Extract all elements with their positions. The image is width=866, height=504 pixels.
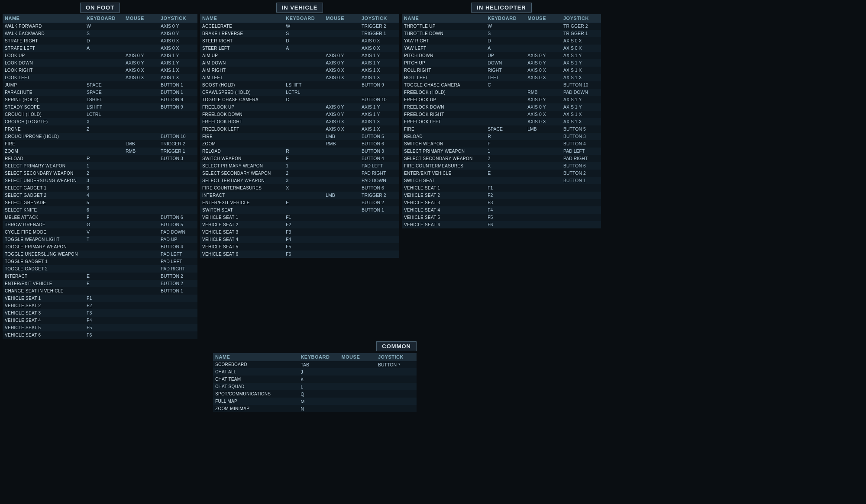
on-foot-col-keyboard: KEYBOARD bbox=[84, 14, 123, 22]
on-foot-col-mouse: MOUSE bbox=[123, 14, 158, 22]
table-cell: TAB bbox=[298, 361, 339, 368]
table-cell bbox=[284, 59, 323, 67]
table-row: FREELOOK LEFTAXIS 0 XAXIS 1 X bbox=[402, 118, 601, 125]
table-cell bbox=[123, 192, 158, 199]
table-row: SELECT UNDERSLUNG WEAPON3 bbox=[3, 177, 197, 184]
table-cell bbox=[123, 81, 158, 89]
table-cell bbox=[339, 368, 376, 376]
table-cell bbox=[525, 148, 561, 155]
table-cell: W bbox=[84, 22, 123, 30]
table-cell: A bbox=[485, 45, 525, 52]
table-cell bbox=[123, 302, 158, 309]
table-row: BRAKE / REVERSESTRIGGER 1 bbox=[200, 30, 399, 37]
table-cell: BUTTON 2 bbox=[158, 273, 197, 280]
table-row: SELECT SECONDARY WEAPON2 bbox=[3, 170, 197, 177]
table-cell bbox=[284, 125, 323, 133]
table-cell: 1 bbox=[485, 148, 525, 155]
top-section: ON FOOT NAME KEYBOARD MOUSE JOYSTICK WAL… bbox=[3, 3, 863, 339]
table-cell bbox=[158, 199, 197, 206]
table-cell: AXIS 0 X bbox=[359, 45, 399, 52]
table-cell: AXIS 0 Y bbox=[123, 59, 158, 67]
helicopter-title-wrapper: IN HELICOPTER bbox=[402, 3, 601, 13]
table-cell: FREELOOK LEFT bbox=[200, 125, 284, 133]
table-cell: F4 bbox=[284, 236, 323, 243]
table-cell bbox=[561, 206, 601, 214]
table-cell: 4 bbox=[84, 192, 123, 199]
table-cell: F4 bbox=[485, 206, 525, 214]
table-cell: BUTTON 2 bbox=[359, 199, 399, 206]
table-cell: F2 bbox=[284, 221, 323, 228]
table-cell: STRAFE RIGHT bbox=[3, 37, 84, 45]
table-cell: CYCLE FIRE MODE bbox=[3, 228, 84, 236]
table-row: FIRE COUNTERMEASURESXBUTTON 6 bbox=[200, 184, 399, 192]
table-cell: R bbox=[284, 148, 323, 155]
table-row: LOOK LEFTAXIS 0 XAXIS 1 X bbox=[3, 74, 197, 81]
table-row: TOGGLE PRIMARY WEAPONBUTTON 4 bbox=[3, 243, 197, 250]
table-cell bbox=[525, 192, 561, 199]
table-cell: AXIS 1 X bbox=[359, 67, 399, 74]
table-cell bbox=[339, 398, 376, 405]
table-row: TOGGLE GADGET 2PAD RIGHT bbox=[3, 265, 197, 273]
table-cell bbox=[158, 125, 197, 133]
table-cell: AXIS 0 Y bbox=[158, 22, 197, 30]
table-row: SELECT GADGET 24 bbox=[3, 192, 197, 199]
table-cell: FREELOOK UP bbox=[402, 96, 485, 103]
table-cell: RMB bbox=[123, 148, 158, 155]
table-cell: V bbox=[84, 228, 123, 236]
table-cell: F bbox=[284, 155, 323, 162]
table-cell: STRAFE LEFT bbox=[3, 45, 84, 52]
table-row: CRAWLSPEED (HOLD)LCTRL bbox=[200, 89, 399, 96]
table-row: SELECT GADGET 13 bbox=[3, 184, 197, 192]
vehicle-col-name: NAME bbox=[200, 14, 284, 22]
table-cell bbox=[376, 405, 417, 412]
table-cell bbox=[376, 368, 417, 376]
table-cell bbox=[339, 405, 376, 412]
table-cell: BUTTON 5 bbox=[158, 221, 197, 228]
table-cell: SELECT TERTIARY WEAPON bbox=[200, 177, 284, 184]
table-cell: PAD DOWN bbox=[561, 89, 601, 96]
table-cell: LOOK LEFT bbox=[3, 74, 84, 81]
table-cell: VEHICLE SEAT 3 bbox=[200, 228, 284, 236]
table-row: VEHICLE SEAT 6F6 bbox=[402, 221, 601, 228]
common-table: NAME KEYBOARD MOUSE JOYSTICK SCOREBOARDT… bbox=[213, 353, 417, 413]
table-row: VEHICLE SEAT 5F5 bbox=[200, 243, 399, 250]
table-cell: LOOK DOWN bbox=[3, 59, 84, 67]
table-cell: LMB bbox=[525, 125, 561, 133]
table-cell bbox=[561, 192, 601, 199]
table-row: VEHICLE SEAT 3F3 bbox=[402, 199, 601, 206]
table-cell: BUTTON 7 bbox=[376, 361, 417, 368]
table-cell: VEHICLE SEAT 1 bbox=[402, 184, 485, 192]
table-cell bbox=[359, 243, 399, 250]
table-row: VEHICLE SEAT 6F6 bbox=[200, 250, 399, 258]
table-cell bbox=[359, 214, 399, 221]
table-cell: CRAWLSPEED (HOLD) bbox=[200, 89, 284, 96]
table-row: STEADY SCOPELSHIFTBUTTON 9 bbox=[3, 103, 197, 111]
table-cell: F6 bbox=[485, 221, 525, 228]
table-cell: TOGGLE GADGET 2 bbox=[3, 265, 84, 273]
table-cell bbox=[284, 192, 323, 199]
table-row: THROTTLE DOWNSTRIGGER 1 bbox=[402, 30, 601, 37]
table-row: MELEE ATTACKFBUTTON 6 bbox=[3, 214, 197, 221]
table-cell bbox=[284, 52, 323, 59]
table-cell: AXIS 0 X bbox=[525, 67, 561, 74]
table-row: AIM UPAXIS 0 YAXIS 1 Y bbox=[200, 52, 399, 59]
table-cell: BUTTON 3 bbox=[158, 155, 197, 162]
table-row: CROUCH (TOGGLE)X bbox=[3, 118, 197, 125]
table-cell bbox=[123, 221, 158, 228]
vehicle-col-keyboard: KEYBOARD bbox=[284, 14, 323, 22]
table-cell: W bbox=[284, 22, 323, 30]
table-cell: F2 bbox=[485, 192, 525, 199]
table-cell: F6 bbox=[84, 331, 123, 339]
table-row: RELOADRBUTTON 3 bbox=[3, 155, 197, 162]
table-cell: AXIS 0 Y bbox=[525, 52, 561, 59]
table-cell: F bbox=[485, 140, 525, 148]
table-cell: BUTTON 4 bbox=[359, 155, 399, 162]
table-cell: VEHICLE SEAT 4 bbox=[3, 317, 84, 324]
table-cell bbox=[158, 177, 197, 184]
table-cell bbox=[123, 103, 158, 111]
table-cell: BUTTON 3 bbox=[561, 133, 601, 140]
table-cell: TRIGGER 2 bbox=[359, 22, 399, 30]
table-cell: STEER LEFT bbox=[200, 45, 284, 52]
table-cell: AXIS 1 Y bbox=[359, 103, 399, 111]
table-row: VEHICLE SEAT 2F2 bbox=[200, 221, 399, 228]
